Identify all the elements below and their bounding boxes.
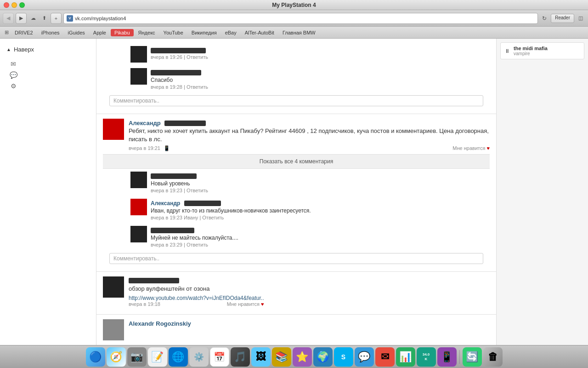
post-user[interactable]: Александр <box>129 120 161 126</box>
comment-input[interactable]: Комментировать.. <box>109 95 483 106</box>
bookmark-iphones[interactable]: iPhones <box>38 29 63 36</box>
post-link[interactable]: http://www.youtube.com/watch?v=iJnEfIDOd… <box>129 295 264 301</box>
reload-button[interactable]: ↻ <box>540 14 549 23</box>
dock-prefs[interactable]: ⚙️ <box>189 347 209 367</box>
dock: 🔵 🧭 📷 📝 🌐 ⚙️ 📅 🎵 🖼 📚 ⭐ 🌍 S 💬 ✉ 📊 34.0K 📱… <box>0 345 588 368</box>
forward-button[interactable]: ▶ <box>16 13 27 24</box>
music-title: the midi mafia <box>514 46 580 51</box>
reply-link[interactable]: Ответить <box>187 84 208 90</box>
dock-browser[interactable]: 🌐 <box>169 347 188 367</box>
bookmark-apple[interactable]: Apple <box>90 29 110 36</box>
icloud-button[interactable]: ☁ <box>28 14 38 23</box>
dock-ibooks[interactable]: 📚 <box>272 347 291 367</box>
dock-imovie[interactable]: ⭐ <box>293 347 312 367</box>
bookmark-iguides[interactable]: iGuides <box>64 29 89 36</box>
bookmark-yandex[interactable]: Яндекс <box>135 29 159 36</box>
post-time: вчера в 19:18 <box>129 301 160 307</box>
post-content: Alexandr Rogozinskiy <box>129 319 191 328</box>
dock-safari[interactable]: 🧭 <box>107 347 126 367</box>
comment-row: вчера в 19:26 | Ответить <box>103 43 490 65</box>
post-content: обзор вулфенштейн от озона http://www.yo… <box>129 276 264 307</box>
dock-skype[interactable]: S <box>334 347 353 367</box>
back-button[interactable]: ◀ <box>3 13 14 24</box>
dock-finder[interactable]: 🔵 <box>86 347 105 367</box>
comment-meta: вчера в 19:23 Ивану | Ответить <box>151 215 483 220</box>
dock-photos-app[interactable]: 🖼 <box>251 347 271 367</box>
settings-icon[interactable]: ⚙ <box>6 80 20 92</box>
music-info: the midi mafia vampire <box>514 46 580 56</box>
address-bar[interactable]: V vk.com/myplaystation4 <box>63 13 538 24</box>
bookmark-pikabu[interactable]: Pikabu <box>111 29 134 36</box>
reply-link[interactable]: Ответить <box>187 242 208 247</box>
scroll-up-button[interactable]: ▲ Наверх <box>0 42 96 57</box>
dock-appstore[interactable]: 📱 <box>437 347 457 367</box>
bookmark-alter-autobit[interactable]: AlTer-AutoBit <box>241 29 278 36</box>
comment-row: Александр Иван, вдруг кто-то из пикабушн… <box>103 196 490 223</box>
comment-text: Новый уровень <box>151 180 483 188</box>
bookmarks-all-icon[interactable]: ⊞ <box>3 29 10 36</box>
bookmark-bmw[interactable]: Главная BMW <box>279 29 319 36</box>
bookmark-drive2[interactable]: DRIVE2 <box>11 29 37 36</box>
comment-meta: вчера в 23:29 | Ответить <box>151 242 483 247</box>
comment-user[interactable]: Александр <box>151 200 180 207</box>
post-header: обзор вулфенштейн от озона http://www.yo… <box>103 276 490 307</box>
reader-button[interactable]: Reader <box>551 14 574 23</box>
sidebar-actions: ✉ 💬 ⚙ <box>0 57 96 93</box>
dock-trash[interactable]: 🗑 <box>483 347 503 367</box>
like-button[interactable]: Мне нравится ♥ <box>452 145 490 151</box>
left-sidebar: ▲ Наверх ✉ 💬 ⚙ <box>0 39 96 345</box>
username-redacted <box>151 48 206 53</box>
new-tab-button[interactable]: + <box>51 13 62 24</box>
dock-messages[interactable]: 💬 <box>355 347 374 367</box>
avatar <box>103 276 124 298</box>
recipient-link[interactable]: Ивану <box>184 215 198 220</box>
dock-numbers[interactable]: 📊 <box>396 347 415 367</box>
comment-body: вчера в 19:26 | Ответить <box>151 46 483 63</box>
comment-row: Спасибо вчера в 19:28 | Ответить <box>103 65 490 92</box>
site-icon: V <box>67 15 73 22</box>
dock-textedit[interactable]: 📝 <box>148 347 167 367</box>
dock-music[interactable]: 🎵 <box>231 347 250 367</box>
post-2: Александр Ребят, никто не хочет купить а… <box>96 114 496 272</box>
post-user[interactable]: Alexandr Rogozinskiy <box>129 320 191 327</box>
comment-time: вчера в 23:29 <box>151 242 182 247</box>
url-text: vk.com/myplaystation4 <box>75 16 126 21</box>
comment-icon[interactable]: 💬 <box>6 69 20 80</box>
share-button[interactable]: ⬆ <box>40 14 49 23</box>
bookmark-youtube[interactable]: YouTube <box>160 29 187 36</box>
comment-time: вчера в 19:26 <box>151 54 182 60</box>
comment-time: вчера в 19:23 <box>151 215 182 220</box>
bookmark-ebay[interactable]: eBay <box>221 29 240 36</box>
sidebar-toggle-button[interactable]: ◫ <box>576 14 585 23</box>
avatar <box>103 119 124 140</box>
dock-photos[interactable]: 📷 <box>127 347 147 367</box>
mail-icon[interactable]: ✉ <box>6 58 20 69</box>
close-button[interactable] <box>4 2 9 8</box>
username-redacted <box>129 278 179 283</box>
dock-torrent[interactable]: 🔄 <box>463 347 482 367</box>
username-redacted <box>151 228 194 233</box>
pause-icon[interactable]: ⏸ <box>504 48 510 54</box>
reply-link[interactable]: Ответить <box>202 215 224 220</box>
post-text: обзор вулфенштейн от озона <box>129 285 264 293</box>
comment-body: Александр Иван, вдруг кто-то из пикабушн… <box>151 199 483 220</box>
dock-globe[interactable]: 🌍 <box>313 347 333 367</box>
like-button[interactable]: Мне нравится ♥ <box>227 301 264 307</box>
dock-mail[interactable]: ✉ <box>375 347 395 367</box>
comment-input[interactable]: Комментировать.. <box>109 253 483 264</box>
avatar <box>130 68 147 85</box>
post-header: Александр Ребят, никто не хочет купить а… <box>103 119 490 151</box>
bookmark-wikipedia[interactable]: Википедия <box>188 29 220 36</box>
window-title: My PlayStation 4 <box>272 2 316 8</box>
dock-calendar[interactable]: 📅 <box>210 347 229 367</box>
comment-meta: вчера в 19:23 | Ответить <box>151 188 483 193</box>
maximize-button[interactable] <box>19 2 25 8</box>
post-meta: вчера в 19:21 📱 Мне нравится ♥ <box>129 145 490 151</box>
comment-time: вчера в 19:28 <box>151 84 182 90</box>
reply-link[interactable]: Ответить <box>187 54 208 60</box>
minimize-button[interactable] <box>11 2 17 8</box>
post-1-comments: вчера в 19:26 | Ответить Спасибо вчера в… <box>96 39 496 114</box>
reply-link[interactable]: Ответить <box>187 188 208 193</box>
dock-utorrent[interactable]: 34.0K <box>417 347 436 367</box>
show-all-comments-button[interactable]: Показать все 4 комментария <box>103 154 490 169</box>
